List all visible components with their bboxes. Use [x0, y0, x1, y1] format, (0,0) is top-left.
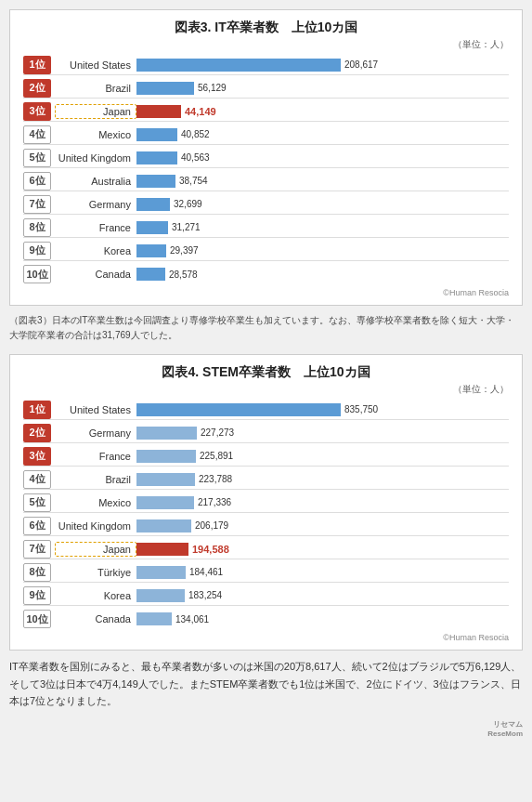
chart2-title: 図表4. STEM卒業者数 上位10カ国: [23, 364, 509, 381]
rank-badge: 9位: [23, 586, 51, 605]
bar-area: 835,750: [136, 403, 509, 416]
rank-badge: 6位: [23, 517, 51, 535]
bar-value: 32,699: [174, 199, 202, 209]
bar: [136, 612, 172, 625]
bar-value: 194,588: [192, 544, 229, 555]
bar: [136, 221, 168, 234]
bar-area: 32,699: [136, 198, 509, 211]
rank-badge: 4位: [23, 470, 51, 489]
rank-badge: 3位: [23, 102, 51, 121]
bar: [136, 59, 341, 72]
table-row: 7位Japan194,588: [23, 539, 509, 559]
table-row: 8位Türkiye184,461: [23, 562, 509, 583]
bar-value: 40,852: [181, 129, 210, 139]
bar-area: 227,273: [136, 427, 509, 440]
bar-area: 225,891: [136, 450, 509, 463]
rank-badge: 8位: [23, 218, 51, 237]
bar: [136, 268, 165, 281]
rank-badge: 7位: [23, 540, 51, 559]
bar-value: 225,891: [200, 451, 233, 461]
bar-area: 194,588: [136, 543, 509, 556]
bar-value: 208,617: [344, 59, 378, 70]
bar: [136, 175, 175, 188]
table-row: 5位Mexico217,336: [23, 493, 509, 513]
bar-area: 40,852: [136, 128, 509, 141]
table-row: 2位Germany227,273: [23, 423, 509, 443]
chart2: 図表4. STEM卒業者数 上位10カ国 （単位：人） 1位United Sta…: [9, 354, 523, 651]
rank-badge: 1位: [23, 401, 51, 419]
country-name: Mexico: [55, 497, 136, 508]
footer: リセマム ReseMom: [9, 719, 523, 738]
rank-badge: 10位: [23, 610, 51, 628]
rank-badge: 6位: [23, 172, 51, 191]
table-row: 4位Brazil223,788: [23, 469, 509, 490]
table-row: 9位Korea29,397: [23, 241, 509, 261]
bar-value: 28,578: [169, 270, 198, 280]
bottom-text: IT卒業者数を国別にみると、最も卒業者数が多いのは米国の20万8,617人、続い…: [9, 658, 523, 710]
bar: [136, 128, 177, 141]
chart1-title: 図表3. IT卒業者数 上位10カ国: [23, 20, 509, 36]
resemom-name: ReseMom: [487, 730, 523, 738]
chart2-rows: 1位United States835,7502位Germany227,2733位…: [23, 400, 509, 629]
bar-value: 134,061: [175, 614, 209, 625]
country-name: Germany: [55, 199, 136, 210]
country-name: Mexico: [55, 129, 136, 140]
table-row: 7位Germany32,699: [23, 194, 509, 215]
rank-badge: 10位: [23, 265, 51, 283]
country-name: France: [55, 222, 136, 233]
country-name: Brazil: [55, 474, 136, 485]
table-row: 1位United States208,617: [23, 55, 509, 75]
table-row: 3位Japan44,149: [23, 101, 509, 122]
table-row: 2位Brazil56,129: [23, 78, 509, 99]
rank-badge: 4位: [23, 125, 51, 144]
bar-area: 223,788: [136, 473, 509, 486]
table-row: 9位Korea183,254: [23, 585, 509, 606]
rank-badge: 1位: [23, 56, 51, 74]
bar: [136, 496, 194, 509]
chart1-copyright: ©Human Resocia: [23, 288, 509, 297]
country-name: Brazil: [55, 83, 136, 94]
bar-area: 44,149: [136, 105, 509, 118]
rank-badge: 8位: [23, 563, 51, 582]
country-name: United Kingdom: [55, 520, 136, 532]
bar-value: 835,750: [344, 404, 378, 414]
country-name: Japan: [55, 542, 136, 557]
bar-value: 31,271: [172, 222, 201, 232]
bar: [136, 82, 194, 95]
bar-value: 206,179: [195, 520, 228, 531]
chart2-copyright: ©Human Resocia: [23, 633, 509, 642]
bar: [136, 589, 185, 602]
country-name: Canada: [55, 613, 136, 625]
table-row: 5位United Kingdom40,563: [23, 148, 509, 168]
rank-badge: 2位: [23, 424, 51, 442]
country-name: France: [55, 451, 136, 462]
chart1-rows: 1位United States208,6172位Brazil56,1293位Ja…: [23, 55, 509, 284]
bar: [136, 566, 186, 579]
country-name: Türkiye: [55, 567, 136, 578]
country-name: Canada: [55, 269, 136, 280]
country-name: United States: [55, 404, 136, 415]
table-row: 6位United Kingdom206,179: [23, 516, 509, 536]
country-name: Korea: [55, 590, 136, 601]
country-name: Korea: [55, 245, 136, 256]
chart1-unit: （単位：人）: [23, 38, 509, 51]
bar-area: 206,179: [136, 519, 509, 532]
table-row: 4位Mexico40,852: [23, 125, 509, 145]
bar: [136, 450, 196, 463]
bar-value: 217,336: [198, 497, 231, 507]
note1: （図表3）日本のIT卒業生数は今回調査より専修学校卒業生も加えています。なお、専…: [9, 313, 523, 343]
bar-value: 223,788: [199, 474, 232, 484]
bar: [136, 473, 195, 486]
bar-area: 31,271: [136, 221, 509, 234]
bar-value: 184,461: [189, 567, 223, 577]
bar: [136, 427, 197, 440]
bar-area: 40,563: [136, 151, 509, 164]
bar-area: 183,254: [136, 589, 509, 602]
bar-value: 29,397: [170, 245, 199, 256]
table-row: 3位France225,891: [23, 446, 509, 467]
table-row: 6位Australia38,754: [23, 171, 509, 191]
country-name: United Kingdom: [55, 152, 136, 164]
table-row: 10位Canada28,578: [23, 264, 509, 284]
table-row: 8位France31,271: [23, 217, 509, 238]
country-name: United States: [55, 59, 136, 71]
